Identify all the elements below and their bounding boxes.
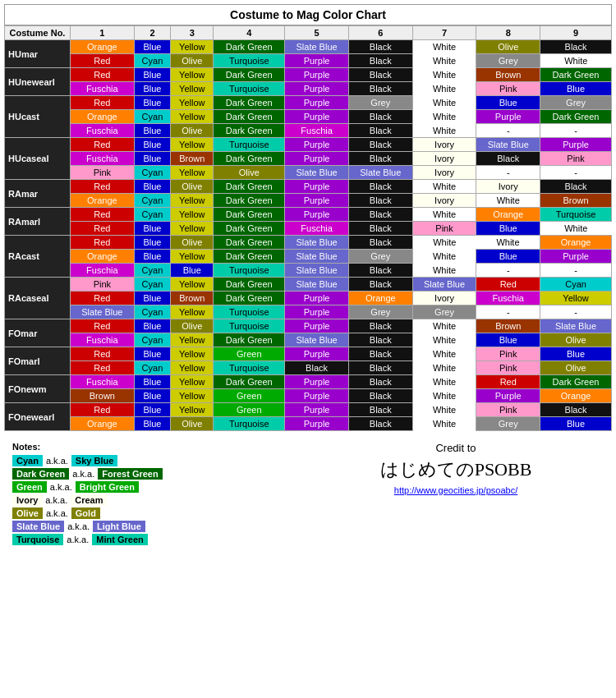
color-cell: Red [71,347,135,361]
color-cell: Black [348,319,412,333]
table-row: FOmarRedBlueOliveTurquoisePurpleBlackWhi… [5,319,612,333]
color-cell: Yellow [171,208,214,222]
color-cell: Cyan [134,208,170,222]
color-cell: White [412,236,476,250]
note-alias: Forest Green [98,468,162,480]
color-cell: Brown [71,389,135,403]
color-cell: Yellow [171,250,214,264]
color-cell: Green [214,389,285,403]
table-row: RAcasealPinkCyanYellowDark GreenSlate Bl… [5,278,612,292]
color-cell: Brown [476,319,540,333]
color-cell: Blue [134,82,170,96]
col-header-9: 9 [540,26,612,40]
note-aka: a.k.a. [67,535,89,544]
notes-section: Notes: Cyana.k.a.Sky BlueDark Greena.k.a… [4,438,612,551]
color-cell: Blue [134,68,170,82]
color-cell: Dark Green [214,110,285,124]
table-row: HUmarOrangeBlueYellowDark GreenSlate Blu… [5,40,612,54]
color-cell: Black [348,194,412,208]
note-item: Cyana.k.a.Sky Blue [12,455,308,466]
color-cell: Blue [134,236,170,250]
table-row: HUnewearlRedBlueYellowDark GreenPurpleBl… [5,68,612,82]
section-name: FOnewearl [5,403,71,431]
color-cell: Cyan [134,110,170,124]
color-cell: Blue [134,138,170,152]
color-cell: Blue [134,40,170,54]
color-cell: Black [540,180,612,194]
color-cell: Slate Blue [285,166,349,180]
color-cell: White [412,180,476,194]
color-cell: Cyan [134,278,170,292]
color-cell: Purple [285,82,349,96]
color-cell: Yellow [540,292,612,305]
costume-no-header: Costume No. [5,26,71,40]
color-cell: Fuschia [71,264,135,278]
table-row: Slate BlueCyanYellowTurquoisePurpleGreyG… [5,305,612,319]
color-cell: Red [71,292,135,305]
color-cell: Black [476,152,540,166]
color-cell: Turquoise [214,361,285,375]
color-cell: Black [348,417,412,431]
note-alias: Bright Green [76,481,139,493]
color-cell: Black [348,361,412,375]
color-cell: Purple [285,375,349,389]
color-cell: Dark Green [214,194,285,208]
note-item: Slate Bluea.k.a.Light Blue [12,521,308,532]
color-cell: White [476,194,540,208]
section-name: HUmar [5,40,71,68]
color-cell: White [412,333,476,347]
color-cell: Purple [540,138,612,152]
color-cell: Yellow [171,166,214,180]
table-row: OrangeBlueYellowDark GreenSlate BlueGrey… [5,250,612,264]
color-cell: Orange [476,208,540,222]
color-chart-table: Costume No.123456789 HUmarOrangeBlueYell… [4,25,612,431]
color-cell: Purple [285,417,349,431]
color-cell: Grey [348,250,412,264]
color-cell: Slate Blue [540,319,612,333]
color-cell: Purple [285,68,349,82]
color-cell: Brown [171,292,214,305]
credit-url[interactable]: http://www.geocities.jp/psoabc/ [308,485,604,495]
color-cell: White [540,54,612,68]
color-cell: Black [348,264,412,278]
color-cell: Dark Green [214,96,285,110]
color-cell: Dark Green [214,40,285,54]
color-cell: Black [348,208,412,222]
color-cell: Purple [285,319,349,333]
color-cell: Red [476,278,540,292]
note-item: Olivea.k.a.Gold [12,507,308,519]
color-cell: Turquoise [214,82,285,96]
color-cell: Olive [476,40,540,54]
color-cell: White [412,250,476,264]
color-cell: Red [71,96,135,110]
color-cell: Turquoise [214,264,285,278]
color-cell: Blue [540,82,612,96]
color-cell: Slate Blue [285,236,349,250]
color-cell: Green [214,347,285,361]
color-cell: Cyan [134,264,170,278]
color-cell: Orange [71,194,135,208]
color-cell: Red [71,138,135,152]
color-cell: Orange [71,40,135,54]
color-cell: Ivory [412,292,476,305]
color-cell: Turquoise [540,208,612,222]
color-cell: Blue [134,319,170,333]
col-header-8: 8 [476,26,540,40]
table-row: RedCyanYellowTurquoiseBlackBlackWhitePin… [5,361,612,375]
color-cell: Yellow [171,347,214,361]
table-row: FOnewearlRedBlueYellowGreenPurpleBlackWh… [5,403,612,417]
note-alias: Gold [71,507,100,519]
color-cell: Blue [171,264,214,278]
color-cell: Fuschia [71,375,135,389]
color-cell: Yellow [171,138,214,152]
color-cell: Ivory [412,166,476,180]
color-cell: Yellow [171,110,214,124]
table-row: RAmarlRedCyanYellowDark GreenPurpleBlack… [5,208,612,222]
col-header-5: 5 [285,26,349,40]
chart-title: Costume to Mag Color Chart [4,4,612,25]
color-cell: Cyan [134,54,170,68]
table-row: BrownBlueYellowGreenPurpleBlackWhitePurp… [5,389,612,403]
color-cell: Black [348,333,412,347]
note-aka: a.k.a. [45,495,67,505]
color-cell: Fuschia [71,124,135,138]
